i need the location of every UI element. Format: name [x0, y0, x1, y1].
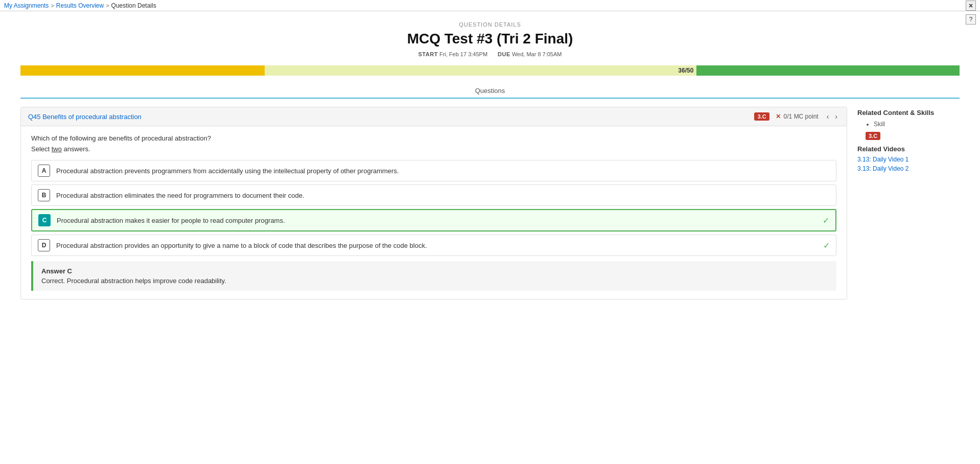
answer-option-d[interactable]: D Procedural abstraction provides an opp…: [31, 235, 836, 256]
answer-letter-b: B: [38, 189, 50, 201]
due-date: DUE Wed, Mar 8 7:05AM: [498, 51, 562, 57]
sidebar: Related Content & Skills Skill 3.C Relat…: [857, 107, 960, 306]
answer-text-c: Procedural abstraction makes it easier f…: [57, 217, 823, 224]
progress-bar: 36/50: [20, 65, 960, 76]
question-title-link[interactable]: Q45 Benefits of procedural abstraction: [28, 113, 142, 121]
progress-right-green: [696, 65, 960, 76]
answer-option-b[interactable]: B Procedural abstraction eliminates the …: [31, 184, 836, 206]
select-text: Select two answers.: [31, 145, 836, 153]
prev-arrow[interactable]: ‹: [825, 112, 831, 121]
breadcrumb-results-overview[interactable]: Results Overview: [56, 2, 104, 9]
score-text: 0/1 MC point: [784, 113, 819, 120]
question-body: Which of the following are benefits of p…: [21, 126, 847, 299]
answer-letter-a: A: [38, 165, 50, 177]
question-header: Q45 Benefits of procedural abstraction 3…: [21, 107, 847, 126]
progress-left-yellow: [20, 65, 265, 76]
tab-row: Questions: [20, 84, 960, 99]
answer-option-c[interactable]: C Procedural abstraction makes it easier…: [31, 209, 836, 231]
breadcrumb: My Assignments > Results Overview > Ques…: [4, 2, 156, 9]
answer-text-b: Procedural abstraction eliminates the ne…: [56, 192, 830, 199]
question-main: Q45 Benefits of procedural abstraction 3…: [20, 107, 847, 306]
next-arrow[interactable]: ›: [833, 112, 839, 121]
score-info: ✕ 0/1 MC point: [776, 113, 819, 120]
answer-label: Answer C: [41, 267, 828, 275]
sidebar-skill-item: Skill: [874, 121, 960, 128]
progress-score: 36/50: [678, 67, 693, 74]
skill-badge-header: 3.C: [754, 112, 769, 121]
answer-explanation: Answer C Correct. Procedural abstraction…: [31, 261, 836, 291]
close-button[interactable]: ×: [966, 1, 976, 11]
question-text: Which of the following are benefits of p…: [31, 134, 836, 142]
nav-arrows: ‹ ›: [825, 112, 839, 121]
answer-desc: Correct. Procedural abstraction helps im…: [41, 277, 828, 285]
sidebar-related-title: Related Content & Skills: [857, 109, 960, 117]
breadcrumb-sep-1: >: [51, 3, 54, 9]
sidebar-skill-badge: 3.C: [866, 132, 880, 140]
answer-text-d: Procedural abstraction provides an oppor…: [56, 242, 823, 249]
breadcrumb-my-assignments[interactable]: My Assignments: [4, 2, 49, 9]
answer-text-a: Procedural abstraction prevents programm…: [56, 167, 830, 175]
checkmark-c: ✓: [823, 216, 829, 225]
sidebar-video-1[interactable]: 3.13: Daily Video 1: [857, 156, 960, 163]
checkmark-d: ✓: [823, 241, 830, 250]
progress-middle: 36/50: [265, 65, 697, 76]
date-row: START Fri, Feb 17 3:45PM DUE Wed, Mar 8 …: [20, 51, 960, 57]
top-bar: My Assignments > Results Overview > Ques…: [0, 0, 980, 11]
help-button[interactable]: ?: [966, 14, 976, 25]
section-label: QUESTION DETAILS: [20, 21, 960, 28]
start-date: START Fri, Feb 17 3:45PM: [418, 51, 488, 57]
question-header-right: 3.C ✕ 0/1 MC point ‹ ›: [754, 112, 839, 121]
page-title: MCQ Test #3 (Tri 2 Final): [20, 31, 960, 47]
breadcrumb-sep-2: >: [106, 3, 109, 9]
sidebar-video-2[interactable]: 3.13: Daily Video 2: [857, 165, 960, 172]
answer-letter-d: D: [38, 239, 50, 251]
sidebar-videos-title: Related Videos: [857, 145, 960, 153]
x-icon: ✕: [776, 113, 781, 120]
question-block: Q45 Benefits of procedural abstraction 3…: [20, 107, 847, 299]
answer-letter-c: C: [38, 214, 51, 226]
tab-questions[interactable]: Questions: [465, 84, 516, 98]
answer-option-a[interactable]: A Procedural abstraction prevents progra…: [31, 160, 836, 181]
breadcrumb-current: Question Details: [111, 2, 156, 9]
